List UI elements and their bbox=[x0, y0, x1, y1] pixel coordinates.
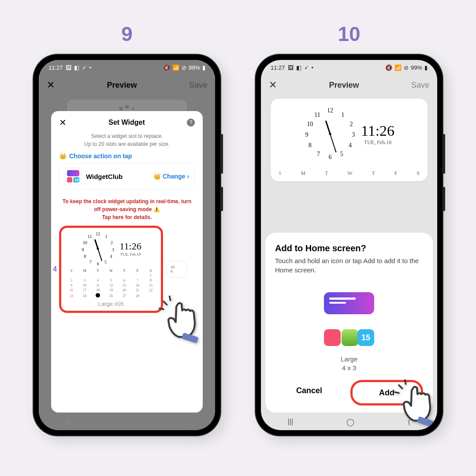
back-icon[interactable]: ⟨ bbox=[408, 418, 410, 426]
widget-slot-carousel[interactable]: 4 12 12 34 56 78 910 11 bbox=[59, 226, 195, 313]
warning-text[interactable]: To keep the clock widget updating in rea… bbox=[59, 197, 195, 221]
widget-slot-next[interactable]: 109 bbox=[167, 261, 187, 278]
widget-slot-selected[interactable]: 12 12 34 56 78 910 11 bbox=[59, 226, 163, 313]
home-icon[interactable]: ◯ bbox=[346, 418, 354, 426]
page-title: Preview bbox=[329, 81, 359, 90]
preview-widget: 12 12 34 56 78 910 11 11:26TUE, Feb.18 bbox=[271, 99, 428, 181]
slot-index: 4 bbox=[53, 265, 57, 273]
chevron-right-icon: › bbox=[187, 173, 189, 180]
digital-clock: 11:26TUE, Feb.18 bbox=[361, 123, 394, 146]
phone-frame: ✕ Preview Save 121 11 ⇪ Set bbox=[33, 55, 220, 435]
help-icon[interactable]: ? bbox=[187, 119, 195, 126]
home-icon[interactable]: ◯ bbox=[124, 418, 132, 426]
widget-thumbnail[interactable]: 15 bbox=[316, 286, 382, 352]
recents-icon[interactable]: ||| bbox=[66, 418, 71, 426]
status-bar: 11:27🖼◧✓• 🔇📶⊘99%▮ bbox=[261, 60, 437, 75]
status-bar: 11:27🖼◧✓• 🔇📶⊘99%▮ bbox=[39, 60, 215, 75]
calendar-week-header: SMTWTFS bbox=[277, 170, 421, 177]
analog-clock: 12 12 34 56 78 910 11 bbox=[81, 231, 115, 266]
step-number: 10 bbox=[256, 22, 443, 46]
save-button[interactable]: Save bbox=[411, 81, 429, 90]
recents-icon[interactable]: ||| bbox=[288, 418, 293, 426]
modal-subtitle: Select a widget slot to replace.Up to 20… bbox=[59, 132, 195, 148]
choose-action-link[interactable]: 👑 Choose action on tap bbox=[59, 152, 195, 160]
phone-frame: 11:27🖼◧✓• 🔇📶⊘99%▮ ✕ Preview Save 12 12 3… bbox=[256, 55, 443, 435]
android-nav-bar: ||| ◯ ⟨ bbox=[261, 413, 437, 430]
widgetclub-app-icon: 15 bbox=[65, 168, 82, 185]
android-nav-bar: ||| ◯ ⟨ bbox=[39, 413, 215, 430]
set-widget-modal: ✕ Set Widget ? Select a widget slot to r… bbox=[51, 111, 203, 413]
app-name-label: WidgetClub bbox=[86, 173, 149, 180]
change-app-button[interactable]: 👑 Change› bbox=[153, 173, 189, 180]
digital-clock: 11:26TUE, Feb.18 bbox=[119, 241, 141, 257]
back-icon[interactable]: ⟨ bbox=[186, 418, 188, 426]
add-to-home-sheet: Add to Home screen? Touch and hold an ic… bbox=[265, 233, 433, 413]
selected-app-row: 15 WidgetClub 👑 Change› bbox=[59, 163, 195, 190]
step-10: 10 11:27🖼◧✓• 🔇📶⊘99%▮ ✕ Preview Save 12 bbox=[256, 22, 443, 435]
sheet-body: Touch and hold an icon or tap Add to add… bbox=[275, 256, 423, 275]
widget-size-label: Large4 x 3 bbox=[275, 355, 423, 372]
analog-clock: 12 12 34 56 78 910 11 bbox=[304, 108, 357, 160]
step-number: 9 bbox=[33, 22, 220, 46]
slot-label: Large #05 bbox=[65, 301, 157, 307]
modal-close-icon[interactable]: ✕ bbox=[59, 117, 67, 128]
crown-icon: 👑 bbox=[153, 173, 161, 180]
calendar-mini: SMTWTFS 12345678910111213141516171819202… bbox=[65, 268, 157, 299]
close-icon[interactable]: ✕ bbox=[269, 79, 277, 91]
sheet-title: Add to Home screen? bbox=[275, 243, 423, 253]
crown-icon: 👑 bbox=[59, 152, 67, 160]
step-9: 9 ✕ Preview Save 121 11 bbox=[33, 22, 220, 435]
add-button[interactable]: Add bbox=[350, 380, 423, 405]
cancel-button[interactable]: Cancel bbox=[275, 380, 343, 401]
modal-title: Set Widget bbox=[108, 119, 145, 126]
